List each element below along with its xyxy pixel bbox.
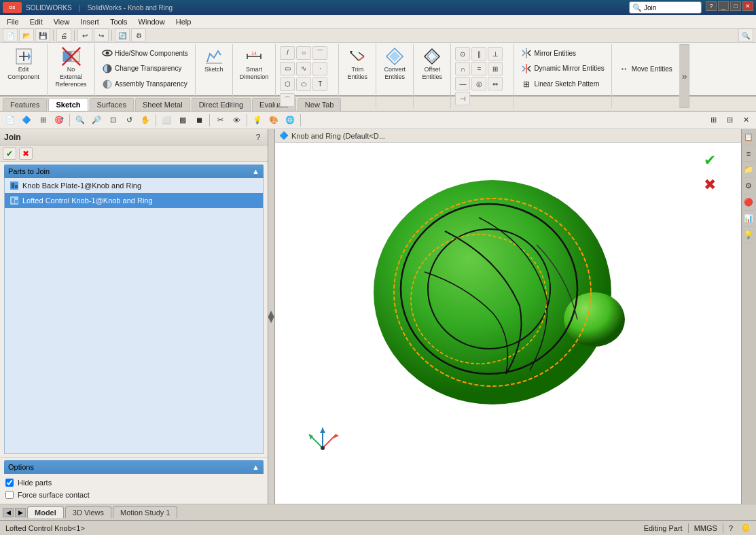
tb2-pan[interactable]: ✋ [138,114,153,127]
search-box[interactable]: 🔍 [629,1,702,14]
btab-next-btn[interactable]: ▶ [15,508,26,517]
symmetric-btn[interactable]: ⇔ [488,77,503,90]
hide-show-components-btn[interactable]: Hide/Show Components [99,46,191,60]
tb2-zoom-in[interactable]: 🔍 [73,114,88,127]
tb2-icon2[interactable]: 🔷 [19,114,34,127]
menu-help[interactable]: Help [170,16,197,27]
linear-sketch-pattern-btn[interactable]: ⊞ Linear Sketch Pattern [518,77,607,91]
new-btn[interactable]: 📄 [3,29,18,42]
tb2-minimize[interactable]: ⊟ [722,114,737,127]
line-btn[interactable]: / [280,46,295,60]
tb2-scene[interactable]: 🌐 [283,114,298,127]
rpi-features-btn[interactable]: 📋 [742,129,755,145]
options-btn[interactable]: ⚙ [131,29,146,42]
tb2-hide[interactable]: 👁 [229,114,244,127]
options-collapse-btn[interactable]: ▲ [252,463,259,471]
parts-item-1[interactable]: Lofted Control Knob-1@Knob and Ring [5,193,263,208]
change-transparency-btn[interactable]: Change Transparency [99,62,191,75]
parts-item-0[interactable]: Knob Back Plate-1@Knob and Ring [5,178,263,193]
viewport-confirm-btn[interactable]: ✔ [699,150,721,171]
circle-btn[interactable]: ○ [296,46,311,60]
viewport-cancel-btn[interactable]: ✖ [699,174,721,196]
concentric-btn[interactable]: ◎ [471,77,486,90]
panel-collapse-handle[interactable]: ◀▶ [268,129,275,504]
tb2-appearance[interactable]: 🎨 [266,114,281,127]
perpendicular-btn[interactable]: ⊥ [488,47,503,61]
bottom-tab-3dviews[interactable]: 3D Views [65,506,111,518]
option-hide-parts-checkbox[interactable] [5,479,14,487]
help-btn[interactable]: ? [706,1,717,11]
move-entities-btn[interactable]: ↔ Move Entities [616,62,675,75]
no-external-refs-btn[interactable]: NoExternalReferences [52,46,89,89]
parts-collapse-btn[interactable]: ▲ [252,167,259,175]
status-help-btn[interactable]: ? [729,524,733,532]
edit-component-btn[interactable]: EditComponent [5,46,42,82]
menu-tools[interactable]: Tools [105,16,133,27]
search-input[interactable] [644,4,698,12]
tb2-zoom-out[interactable]: 🔎 [89,114,104,127]
tb2-close[interactable]: ✕ [738,114,753,127]
text-btn[interactable]: T [312,77,327,91]
point-btn[interactable]: · [312,62,327,75]
tb2-lights[interactable]: 💡 [250,114,265,127]
tab-sketch[interactable]: Sketch [48,98,88,111]
polygon-btn[interactable]: ⬡ [280,77,295,91]
bottom-tab-motion[interactable]: Motion Study 1 [113,506,177,518]
smart-dimension-btn[interactable]: 14 SmartDimension [237,46,272,82]
tb2-display1[interactable]: ⬜ [159,114,174,127]
join-cancel-btn[interactable]: ✖ [19,148,33,160]
assembly-transparency-btn[interactable]: Assembly Transparency [99,77,191,91]
tb2-icon1[interactable]: 📄 [3,114,18,127]
menu-window[interactable]: Window [133,16,170,27]
tb2-display3[interactable]: ◼ [192,114,206,127]
close-btn[interactable]: ✕ [742,1,753,11]
parts-list[interactable]: Knob Back Plate-1@Knob and Ring Lofted C… [4,178,264,454]
tb2-display2[interactable]: ▩ [175,114,190,127]
rpi-properties-btn[interactable]: ≡ [742,145,755,162]
dynamic-mirror-btn[interactable]: Dynamic Mirror Entities [518,62,607,75]
mirror-entities-btn[interactable]: Mirror Entities [518,46,607,60]
collinear-btn[interactable]: — [455,77,470,90]
tb2-icon3[interactable]: ⊞ [35,114,50,127]
tb2-fit[interactable]: ⊡ [105,114,120,127]
menu-view[interactable]: View [48,16,75,27]
ellipse-btn[interactable]: ⬭ [296,77,311,91]
ribbon-expand-btn[interactable]: » [680,44,689,108]
rpi-display-btn[interactable]: ⚙ [742,178,755,194]
rpi-config-btn[interactable]: 📁 [742,162,755,178]
undo-btn[interactable]: ↩ [77,29,92,42]
minimize-btn[interactable]: _ [718,1,729,11]
btab-prev-btn[interactable]: ◀ [3,508,14,517]
tb2-rotate[interactable]: ↺ [122,114,137,127]
tb2-maximize[interactable]: ⊞ [706,114,721,127]
redo-btn[interactable]: ↪ [94,29,109,42]
rpi-lights-btn[interactable]: 💡 [742,227,755,243]
offset-entities-btn[interactable]: OffsetEntities [420,46,446,82]
equal-btn[interactable]: = [471,62,486,75]
midpoint-btn[interactable]: ⊣ [455,92,470,105]
menu-insert[interactable]: Insert [75,16,105,27]
menu-file[interactable]: File [1,16,24,27]
option-force-surface-checkbox[interactable] [5,491,14,499]
spline-btn[interactable]: ∿ [296,62,311,75]
arc-btn[interactable]: ⌒ [312,46,327,60]
rect-btn[interactable]: ▭ [280,62,295,75]
trim-entities-btn[interactable]: TrimEntities [345,46,371,82]
save-btn[interactable]: 💾 [35,29,50,42]
rebuild-btn[interactable]: 🔄 [115,29,130,42]
maximize-btn[interactable]: □ [730,1,741,11]
3pt-arc-btn[interactable]: ⌒ [280,93,295,107]
tb2-section[interactable]: ✂ [213,114,228,127]
panel-help-btn[interactable]: ? [253,132,264,143]
fix-btn[interactable]: ⊞ [488,62,503,75]
bottom-tab-model[interactable]: Model [27,506,64,518]
tb2-icon4[interactable]: 🎯 [52,114,67,127]
sketch-btn[interactable]: Sketch [202,46,226,75]
convert-entities-btn[interactable]: ConvertEntities [382,46,409,82]
tangent-btn[interactable]: ∩ [455,62,470,75]
menu-edit[interactable]: Edit [24,16,48,27]
search-btn[interactable]: 🔍 [738,29,753,42]
viewport-canvas[interactable]: ✔ ✖ [275,143,741,504]
coincident-btn[interactable]: ⊙ [455,47,470,61]
parallel-btn[interactable]: ∥ [471,47,486,61]
